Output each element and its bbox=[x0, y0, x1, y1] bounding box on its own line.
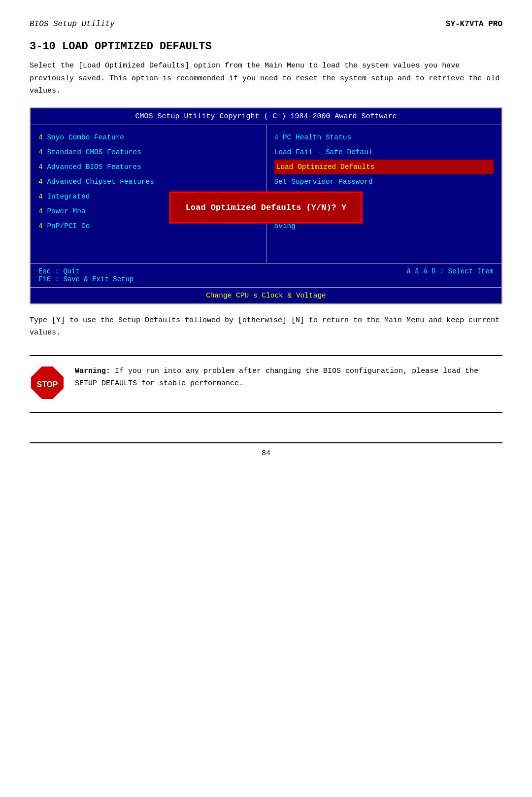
header: BIOS Setup Utility SY-K7VTA PRO bbox=[30, 20, 502, 29]
bios-menu-item-pc-health[interactable]: 4 PC Health Status bbox=[274, 130, 494, 145]
page-footer: 84 bbox=[30, 442, 502, 458]
bios-menu-item-standard[interactable]: 4 Standard CMOS Features bbox=[38, 145, 258, 160]
warning-box: STOP Warning: If you run into any proble… bbox=[30, 355, 502, 413]
load-optimized-dialog[interactable]: Load Optimized Defaults (Y/N)? Y bbox=[169, 191, 363, 223]
bios-footer: Esc : Quit F10 : Save & Exit Setup á â à… bbox=[31, 263, 501, 287]
warning-content: If you run into any problem after changi… bbox=[75, 367, 478, 388]
bios-f10: F10 : Save & Exit Setup bbox=[38, 275, 133, 283]
page-number: 84 bbox=[262, 449, 270, 458]
bios-menu-item-advanced-bios[interactable]: 4 Advanced BIOS Features bbox=[38, 160, 258, 174]
bios-menu-item-load-fail[interactable]: Load Fail - Safe Defaul bbox=[274, 145, 494, 160]
intro-text: Select the [Load Optimized Defaults] opt… bbox=[30, 60, 502, 98]
bios-bottom-bar: Change CPU s Clock & Voltage bbox=[31, 287, 501, 303]
bios-footer-right: á â à ß : Select Item bbox=[407, 267, 494, 283]
svg-text:STOP: STOP bbox=[37, 380, 58, 388]
bios-menu-item-soyo[interactable]: 4 Soyo Combo Feature bbox=[38, 130, 258, 145]
outro-text: Type [Y] to use the Setup Defaults follo… bbox=[30, 314, 502, 339]
bios-header-bar: CMOS Setup Utility Copyright ( C ) 1984-… bbox=[31, 108, 501, 125]
header-left: BIOS Setup Utility bbox=[30, 20, 115, 29]
bios-footer-left: Esc : Quit F10 : Save & Exit Setup bbox=[38, 267, 133, 283]
stop-sign-icon: STOP bbox=[30, 365, 65, 403]
bios-esc: Esc : Quit bbox=[38, 267, 133, 275]
bios-screen: CMOS Setup Utility Copyright ( C ) 1984-… bbox=[30, 107, 502, 304]
header-right: SY-K7VTA PRO bbox=[446, 20, 502, 29]
section-title: 3-10 LOAD OPTIMIZED DEFAULTS bbox=[30, 40, 502, 53]
bios-menu-item-load-optimized[interactable]: Load Optimized Defaults bbox=[274, 160, 494, 174]
bios-menu-item-advanced-chipset[interactable]: 4 Advanced Chipset Features bbox=[38, 174, 258, 189]
dialog-text: Load Optimized Defaults (Y/N)? Y bbox=[186, 202, 346, 212]
bios-menu-item-supervisor[interactable]: Set Supervisor Password bbox=[274, 174, 494, 189]
warning-label: Warning: bbox=[75, 367, 110, 375]
warning-text: Warning: If you run into any problem aft… bbox=[75, 365, 502, 390]
